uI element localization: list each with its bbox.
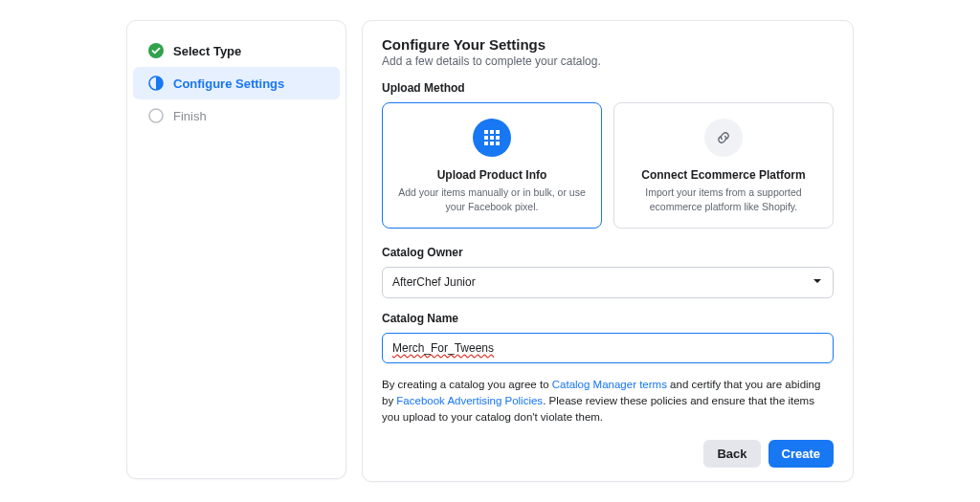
svg-rect-6 bbox=[484, 136, 488, 140]
half-circle-icon bbox=[148, 76, 164, 91]
svg-point-2 bbox=[149, 109, 163, 122]
back-button[interactable]: Back bbox=[703, 440, 760, 468]
svg-rect-8 bbox=[496, 136, 500, 140]
sidebar-item-label: Select Type bbox=[173, 44, 241, 58]
main-panel: Configure Your Settings Add a few detail… bbox=[362, 20, 854, 481]
catalog-owner-value: AfterChef Junior bbox=[392, 275, 476, 289]
card-desc: Add your items manually or in bulk, or u… bbox=[394, 186, 590, 213]
svg-rect-9 bbox=[484, 142, 488, 145]
svg-rect-10 bbox=[490, 142, 494, 145]
page-title: Configure Your Settings bbox=[382, 36, 834, 53]
sidebar-item-finish[interactable]: Finish bbox=[133, 99, 340, 132]
card-connect-ecommerce[interactable]: Connect Ecommerce Platform Import your i… bbox=[613, 102, 834, 228]
legal-prefix: By creating a catalog you agree to bbox=[382, 379, 552, 390]
page-subtitle: Add a few details to complete your catal… bbox=[382, 55, 834, 68]
catalog-owner-select[interactable]: AfterChef Junior bbox=[382, 267, 834, 298]
empty-circle-icon bbox=[148, 108, 164, 123]
card-title: Upload Product Info bbox=[394, 168, 590, 182]
wizard-sidebar: Select Type Configure Settings Finish bbox=[126, 20, 346, 479]
sidebar-item-configure-settings[interactable]: Configure Settings bbox=[133, 67, 340, 99]
legal-text: By creating a catalog you agree to Catal… bbox=[382, 377, 834, 426]
sidebar-item-label: Finish bbox=[173, 109, 207, 123]
catalog-name-input[interactable]: Merch_For_Tweens bbox=[382, 333, 834, 363]
svg-rect-4 bbox=[490, 130, 494, 134]
sidebar-item-label: Configure Settings bbox=[173, 76, 284, 91]
check-circle-icon bbox=[148, 43, 164, 58]
sidebar-item-select-type[interactable]: Select Type bbox=[133, 34, 340, 67]
card-title: Connect Ecommerce Platform bbox=[626, 168, 821, 182]
svg-rect-11 bbox=[496, 142, 500, 145]
catalog-name-label: Catalog Name bbox=[382, 312, 834, 325]
catalog-manager-terms-link[interactable]: Catalog Manager terms bbox=[552, 379, 667, 390]
upload-method-label: Upload Method bbox=[382, 81, 834, 95]
advertising-policies-link[interactable]: Facebook Advertising Policies bbox=[396, 395, 543, 406]
card-desc: Import your items from a supported ecomm… bbox=[626, 186, 821, 213]
catalog-owner-label: Catalog Owner bbox=[382, 246, 834, 259]
svg-rect-3 bbox=[484, 130, 488, 134]
catalog-name-value: Merch_For_Tweens bbox=[392, 341, 494, 355]
link-icon bbox=[704, 119, 743, 157]
create-button[interactable]: Create bbox=[768, 440, 834, 468]
svg-rect-5 bbox=[496, 130, 500, 134]
card-upload-product-info[interactable]: Upload Product Info Add your items manua… bbox=[382, 102, 602, 228]
grid-icon bbox=[473, 119, 511, 157]
chevron-down-icon bbox=[812, 275, 823, 290]
svg-rect-7 bbox=[490, 136, 494, 140]
